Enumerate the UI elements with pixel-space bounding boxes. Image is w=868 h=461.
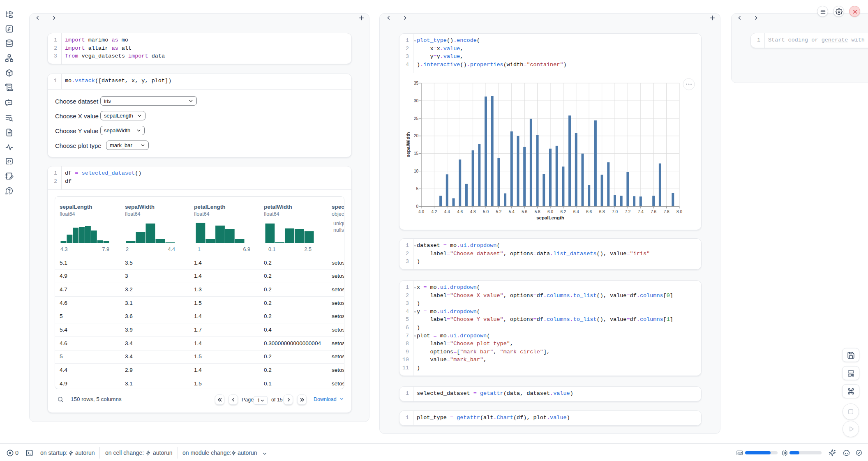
svg-text:sepalLength: sepalLength — [536, 215, 564, 220]
svg-text:sepalWidth: sepalWidth — [406, 132, 411, 157]
svg-text:20: 20 — [414, 134, 419, 138]
svg-text:7.4: 7.4 — [638, 210, 644, 214]
svg-text:6.0: 6.0 — [547, 210, 553, 214]
svg-text:5.0: 5.0 — [483, 210, 489, 214]
svg-text:4.4: 4.4 — [444, 210, 450, 214]
svg-text:5.8: 5.8 — [535, 210, 540, 214]
svg-text:6.8: 6.8 — [599, 210, 605, 214]
svg-text:5: 5 — [416, 187, 418, 191]
svg-text:30: 30 — [414, 99, 419, 103]
svg-text:35: 35 — [414, 81, 419, 85]
svg-text:4.2: 4.2 — [431, 210, 437, 214]
svg-text:0: 0 — [416, 204, 418, 209]
svg-text:4.0: 4.0 — [418, 210, 424, 214]
svg-text:7.6: 7.6 — [651, 210, 656, 214]
svg-text:7.8: 7.8 — [664, 210, 669, 214]
svg-text:15: 15 — [414, 151, 419, 156]
svg-text:7.2: 7.2 — [625, 210, 630, 214]
svg-text:6.4: 6.4 — [573, 210, 579, 214]
svg-text:10: 10 — [414, 169, 419, 173]
svg-text:5.2: 5.2 — [496, 210, 501, 214]
svg-text:5.6: 5.6 — [522, 210, 527, 214]
svg-text:4.6: 4.6 — [457, 210, 463, 214]
svg-text:8.0: 8.0 — [676, 210, 682, 214]
svg-text:6.6: 6.6 — [586, 210, 592, 214]
svg-text:4.8: 4.8 — [470, 210, 476, 214]
svg-text:25: 25 — [414, 116, 419, 121]
svg-text:5.4: 5.4 — [509, 210, 515, 214]
svg-text:6.2: 6.2 — [560, 210, 566, 214]
svg-text:7.0: 7.0 — [612, 210, 618, 214]
